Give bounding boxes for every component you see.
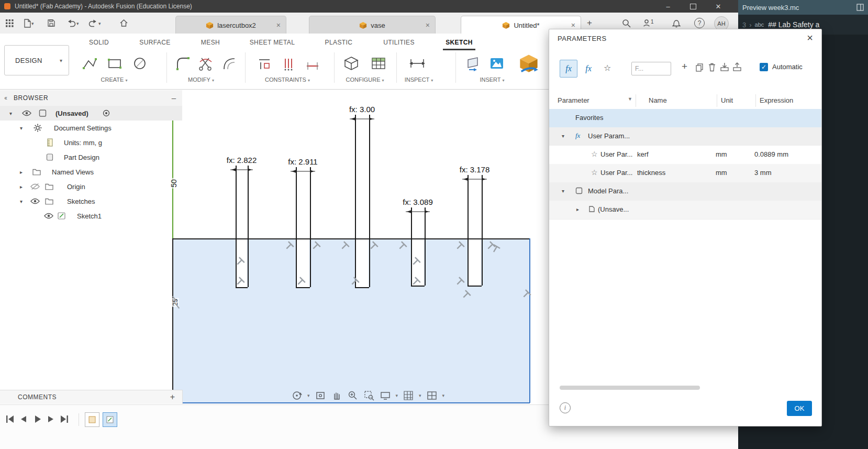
favorite-star-icon[interactable]: ☆ [591,168,598,177]
slot-edge-line[interactable] [482,175,483,286]
tab-sketch[interactable]: SKETCH [446,39,473,46]
modify-fillet-icon[interactable] [172,52,194,74]
slot-edge-line[interactable] [248,166,249,287]
sort-caret-icon[interactable]: ▼ [628,96,632,102]
user-parameters-filter-button[interactable]: fx [560,60,577,78]
parameter-search-input[interactable] [631,62,671,75]
slot-bottom-line[interactable] [296,287,310,288]
automatic-checkbox[interactable]: ✓ [760,63,768,71]
browser-row-part-design[interactable]: Part Design [0,150,182,165]
close-window-icon[interactable]: ✕ [706,0,731,13]
expand-caret-icon[interactable]: ▾ [20,125,23,131]
file-caret-icon[interactable]: ▾ [31,21,34,26]
redo-icon[interactable] [88,18,98,28]
favorites-row[interactable]: Favorites [549,109,821,128]
sketch-bottom-edge-line[interactable] [173,402,530,403]
step-forward-icon[interactable] [45,413,57,425]
tab-utilities[interactable]: UTILITIES [383,39,415,46]
save-icon[interactable] [46,18,57,28]
add-comment-icon[interactable]: + [170,392,175,402]
configure-table-icon[interactable] [368,52,390,74]
item-label[interactable]: Origin [67,183,85,191]
fusion-titlebar[interactable]: Untitled* (Fab Academy) - Autodesk Fusio… [0,0,738,13]
param-expression[interactable]: 0.0889 mm [754,150,788,158]
app-grid-icon[interactable] [4,18,15,28]
tab-plastic[interactable]: PLASTIC [325,39,353,46]
expand-caret-icon[interactable]: ▾ [562,133,564,139]
collapsed-caret-icon[interactable]: ▸ [20,184,23,190]
slot-bottom-line[interactable] [355,287,369,288]
go-to-start-icon[interactable] [4,413,16,425]
orbit-caret-icon[interactable]: ▾ [307,393,310,398]
slot-edge-line[interactable] [355,115,356,287]
viewports-caret-icon[interactable]: ▾ [442,393,445,398]
dimension-label[interactable]: fx: 2.822 [225,156,259,165]
constraints-palette-icon[interactable] [253,52,275,74]
tab-solid[interactable]: SOLID [89,39,109,46]
sketch-left-edge-line[interactable] [172,238,173,403]
browser-row-origin[interactable]: ▸ Origin [0,179,182,194]
browser-row-sketches[interactable]: ▾ Sketches [0,194,182,209]
grid-settings-icon[interactable] [403,390,414,401]
col-expression[interactable]: Expression [760,96,793,104]
dimension-line[interactable] [405,207,431,214]
model-child-row[interactable]: ▸ (Unsave... [549,201,821,220]
go-to-end-icon[interactable] [59,413,70,425]
orbit-icon[interactable] [291,390,303,401]
collapsed-caret-icon[interactable]: ▸ [20,169,23,175]
item-label[interactable]: Part Design [64,154,99,161]
create-rectangle-icon[interactable] [104,52,126,74]
slot-cut-region[interactable] [468,239,481,286]
undo-caret-icon[interactable]: ▾ [76,21,79,26]
expand-caret-icon[interactable]: ▾ [20,199,23,204]
configure-box-icon[interactable] [340,52,362,74]
param-expression[interactable]: 3 mm [754,169,772,177]
dimension-line[interactable] [229,166,254,172]
insert-image-icon[interactable] [486,52,508,74]
grid-caret-icon[interactable]: ▾ [419,393,421,398]
item-label[interactable]: Document Settings [54,124,112,132]
parameter-row-thickness[interactable]: ☆ User Par... thickness mm 3 mm [549,164,821,183]
visibility-eye-icon[interactable] [44,213,53,220]
browser-row-named-views[interactable]: ▸ Named Views [0,165,182,179]
browser-row-units[interactable]: Units: mm, g [0,135,182,150]
bell-icon[interactable] [671,18,682,28]
slot-edge-line[interactable] [411,207,412,286]
timeline-feature-icon[interactable] [85,412,99,427]
col-unit[interactable]: Unit [721,96,733,104]
create-circle-icon[interactable] [129,52,151,74]
dimension-label[interactable]: fx: 3.089 [401,198,435,206]
model-parameters-group-row[interactable]: ▾ Model Para... [549,182,821,201]
close-tab-icon[interactable]: × [426,21,430,29]
design-workspace-dropdown[interactable]: DESIGN ▾ [4,45,69,75]
close-dialog-icon[interactable]: × [804,31,816,44]
expand-caret-icon[interactable]: ▾ [562,188,564,194]
item-label[interactable]: Units: mm, g [64,139,102,147]
col-name[interactable]: Name [649,96,667,104]
undo-icon[interactable] [66,18,76,28]
constraints-pattern-icon[interactable] [277,52,299,74]
close-tab-icon[interactable]: × [276,21,281,29]
visibility-eye-icon[interactable] [22,110,31,117]
delete-parameter-icon[interactable] [708,62,716,72]
help-icon[interactable]: ? [694,18,705,28]
vscode-layout-icon[interactable] [856,4,864,11]
document-name[interactable]: (Unsaved) [55,109,88,117]
favorites-filter-icon[interactable]: ☆ [604,63,611,73]
parameter-row-kerf[interactable]: ☆ User Par... kerf mm 0.0889 mm [549,146,821,165]
minimize-panel-icon[interactable]: – [172,93,176,102]
insert-mcmaster-icon[interactable] [515,50,542,76]
ok-button[interactable]: OK [787,401,812,416]
display-caret-icon[interactable]: ▾ [396,393,398,398]
timeline-sketch-feature-icon[interactable] [103,412,117,427]
dimension-label[interactable]: fx: 2.911 [286,157,319,166]
create-line-icon[interactable] [79,52,101,74]
modify-trim-icon[interactable] [195,52,217,74]
browser-row-root[interactable]: ▾ (Unsaved) [0,106,182,121]
browser-row-sketch1[interactable]: Sketch1 [0,209,182,223]
file-icon[interactable] [22,18,32,28]
tab-mesh[interactable]: MESH [201,39,220,46]
item-label[interactable]: Sketches [67,198,95,205]
tab-sheet-metal[interactable]: SHEET METAL [250,39,295,46]
group-modify[interactable]: MODIFY▾ [188,76,214,83]
